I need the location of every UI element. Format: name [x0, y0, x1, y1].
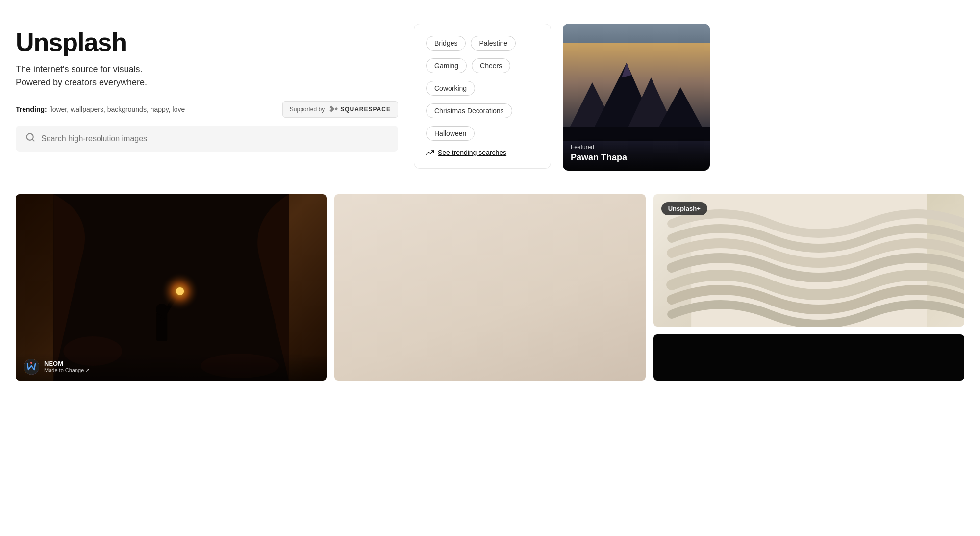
- tag-palestine[interactable]: Palestine: [471, 36, 516, 51]
- search-input[interactable]: [41, 134, 388, 143]
- svg-point-15: [176, 287, 184, 295]
- photo-card-waves[interactable]: Unsplash+: [653, 194, 964, 327]
- featured-label: Featured Pawan Thapa: [563, 136, 710, 171]
- tag-coworking[interactable]: Coworking: [426, 81, 475, 96]
- attr-name-neom: NEOM: [44, 360, 90, 367]
- featured-text-top: Featured: [571, 144, 702, 151]
- svg-line-1: [32, 139, 34, 141]
- photo-grid: NEOM Made to Change ↗ Unsplash+: [0, 186, 980, 396]
- trending-icon: [426, 149, 434, 156]
- unsplash-plus-badge: Unsplash+: [661, 202, 707, 215]
- see-trending-link[interactable]: See trending searches: [426, 149, 539, 156]
- tags-row-4: Christmas Decorations: [426, 103, 539, 118]
- trending-items: flower, wallpapers, backgrounds, happy, …: [49, 105, 185, 113]
- mountain-illustration: [563, 43, 710, 141]
- featured-card[interactable]: Featured Pawan Thapa: [563, 24, 710, 171]
- featured-photographer-name: Pawan Thapa: [571, 153, 702, 163]
- squarespace-icon: [328, 104, 338, 114]
- photo-card-cave[interactable]: NEOM Made to Change ↗: [16, 194, 327, 381]
- photo-col-1: NEOM Made to Change ↗: [16, 194, 327, 381]
- tag-gaming[interactable]: Gaming: [426, 58, 467, 73]
- photo-card-beige[interactable]: [334, 194, 645, 381]
- trending-label: Trending:: [16, 105, 47, 113]
- tags-row-5: Halloween: [426, 126, 539, 141]
- tag-bridges[interactable]: Bridges: [426, 36, 466, 51]
- attr-avatar-neom: [24, 359, 39, 375]
- trending-row: Trending: flower, wallpapers, background…: [16, 105, 185, 113]
- tags-row-1: Bridges Palestine: [426, 36, 539, 51]
- tags-panel: Bridges Palestine Gaming Cheers Coworkin…: [414, 24, 551, 169]
- tags-row-3: Coworking: [426, 81, 539, 96]
- svg-point-17: [30, 362, 32, 364]
- attr-tagline-neom: Made to Change ↗: [44, 367, 90, 374]
- tag-cheers[interactable]: Cheers: [472, 58, 510, 73]
- squarespace-name: SQUARESPACE: [340, 106, 391, 113]
- search-icon: [25, 132, 35, 145]
- sponsor-text: Supported by: [290, 106, 325, 113]
- hero-subtitle: The internet's source for visuals. Power…: [16, 63, 398, 89]
- photo-card-dark[interactable]: [653, 334, 964, 381]
- hero-left: Unsplash The internet's source for visua…: [16, 24, 398, 171]
- hero-section: Unsplash The internet's source for visua…: [0, 0, 980, 186]
- hero-right: Bridges Palestine Gaming Cheers Coworkin…: [414, 24, 710, 171]
- site-title: Unsplash: [16, 27, 398, 57]
- attr-text: NEOM Made to Change ↗: [44, 360, 90, 374]
- search-bar: [16, 126, 398, 152]
- tag-christmas[interactable]: Christmas Decorations: [426, 103, 512, 118]
- sponsor-badge[interactable]: Supported by SQUARESPACE: [282, 101, 398, 118]
- squarespace-logo: SQUARESPACE: [328, 104, 391, 114]
- cave-illustration: [16, 194, 327, 381]
- photo-attribution-cave: NEOM Made to Change ↗: [16, 353, 327, 381]
- tag-halloween[interactable]: Halloween: [426, 126, 475, 141]
- hero-meta: Trending: flower, wallpapers, background…: [16, 101, 398, 118]
- see-trending-text: See trending searches: [438, 149, 506, 156]
- photo-col-3: Unsplash+: [653, 194, 964, 381]
- tags-row-2: Gaming Cheers: [426, 58, 539, 73]
- photo-col-2: [334, 194, 645, 381]
